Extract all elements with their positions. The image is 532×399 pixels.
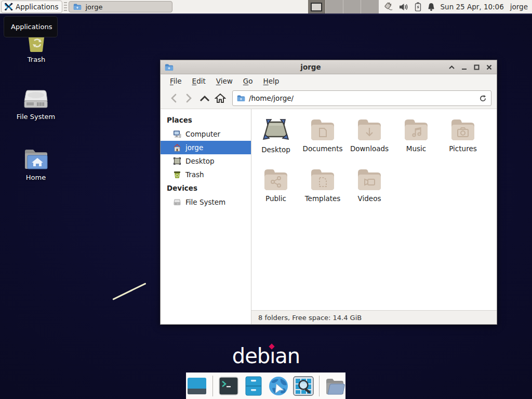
desktop-icon-file-system[interactable]: File System [11, 88, 61, 121]
trash-icon [173, 170, 181, 179]
app-finder-launcher[interactable] [293, 376, 314, 396]
sidebar-item-label: jorge [185, 143, 203, 152]
home-button[interactable] [212, 91, 228, 105]
menu-bar: File Edit View Go Help [161, 74, 497, 88]
maximize-button[interactable] [473, 63, 480, 71]
menu-go[interactable]: Go [238, 77, 258, 85]
desktop-icon [173, 157, 181, 165]
network-icon[interactable] [383, 2, 393, 11]
sidebar-item-label: Computer [185, 130, 220, 138]
reload-icon[interactable] [479, 95, 487, 102]
dock-separator [319, 376, 320, 396]
status-bar: 8 folders, Free space: 14.4 GiB [251, 310, 497, 324]
debian-wallpaper-logo: debıan [0, 344, 532, 368]
home-folder-icon [23, 148, 49, 171]
file-cabinet-icon [245, 376, 262, 396]
menu-file[interactable]: File [165, 77, 187, 85]
file-label: Desktop [261, 145, 290, 154]
folder-documents-icon [310, 117, 335, 141]
menu-help[interactable]: Help [258, 77, 285, 85]
file-manager-launcher[interactable] [243, 376, 264, 396]
workspace-2[interactable] [326, 0, 343, 14]
applications-menu-button[interactable]: Applications [1, 1, 62, 13]
sidebar-item-label: Trash [185, 170, 204, 179]
file-label: Pictures [449, 144, 476, 153]
applications-menu-label: Applications [16, 3, 58, 11]
workspace-3[interactable] [343, 0, 361, 14]
panel-user-label[interactable]: jorge [510, 3, 528, 11]
back-button[interactable] [166, 91, 181, 105]
folder-templates-icon [310, 167, 335, 191]
sidebar-item-desktop[interactable]: Desktop [161, 154, 251, 168]
file-tile-templates[interactable]: Templates [299, 167, 346, 217]
panel-clock[interactable]: Sun 25 Apr, 10:06 [441, 3, 504, 11]
window-title: jorge [174, 63, 448, 71]
desktop-icon-label: File System [17, 113, 55, 121]
minimize-button[interactable] [460, 63, 468, 71]
folder-music-icon [404, 117, 429, 141]
app-finder-icon [293, 376, 314, 396]
notifications-bell-icon[interactable] [427, 2, 435, 11]
desktop-icon-home[interactable]: Home [11, 148, 61, 181]
workspace-4[interactable] [361, 0, 379, 14]
volume-icon[interactable] [399, 3, 409, 11]
path-input[interactable]: /home/jorge/ [249, 94, 475, 102]
panel-drag-handle[interactable] [64, 2, 67, 11]
folder-pictures-icon [450, 117, 475, 141]
folder-public-icon [263, 167, 288, 191]
up-button[interactable] [197, 91, 212, 105]
forward-icon [186, 94, 192, 103]
folder-downloads-icon [357, 117, 382, 141]
sidebar-header-devices: Devices [161, 181, 251, 195]
file-tile-downloads[interactable]: Downloads [346, 117, 393, 167]
file-tile-public[interactable]: Public [252, 167, 299, 217]
show-desktop-button[interactable] [187, 376, 207, 396]
taskbar-window-button[interactable]: jorge [69, 1, 172, 12]
window-titlebar[interactable]: jorge [161, 60, 497, 74]
applications-tooltip: Applications [4, 16, 58, 37]
close-button[interactable] [485, 63, 493, 71]
file-tile-videos[interactable]: Videos [346, 167, 393, 217]
terminal-launcher[interactable] [218, 376, 239, 396]
sidebar-item-trash[interactable]: Trash [161, 168, 251, 181]
desktop-icon-label: Trash [28, 56, 45, 63]
shade-icon [449, 65, 455, 69]
sidebar-item-computer[interactable]: Computer [161, 127, 251, 141]
content-column: Desktop Documents [251, 109, 497, 324]
path-bar[interactable]: /home/jorge/ [232, 90, 491, 106]
sidebar-item-jorge[interactable]: jorge [161, 141, 251, 154]
hard-drive-icon [22, 88, 49, 110]
top-panel: Applications jorge [0, 0, 532, 15]
home-icon [215, 93, 226, 103]
wallpaper-decoration-line [112, 283, 146, 300]
file-tile-documents[interactable]: Documents [299, 117, 346, 167]
file-label: Music [406, 144, 426, 153]
file-label: Templates [305, 194, 341, 203]
file-tile-music[interactable]: Music [393, 117, 440, 167]
file-tile-pictures[interactable]: Pictures [440, 117, 486, 167]
folder-icon [73, 3, 82, 10]
sidebar-item-label: Desktop [185, 157, 215, 165]
menu-view[interactable]: View [211, 77, 238, 85]
folder-icon [325, 377, 345, 395]
workspace-pager[interactable] [308, 0, 379, 14]
workspace-1[interactable] [308, 0, 326, 14]
file-label: Videos [358, 194, 381, 203]
file-label: Public [265, 194, 286, 203]
sidebar-item-file-system[interactable]: File System [161, 195, 251, 209]
toolbar: /home/jorge/ [161, 88, 497, 109]
home-icon [173, 143, 181, 152]
file-tile-desktop[interactable]: Desktop [252, 117, 299, 167]
menu-edit[interactable]: Edit [187, 77, 211, 85]
up-icon [200, 95, 210, 102]
maximize-icon [474, 64, 480, 70]
dock [186, 373, 345, 399]
shade-button[interactable] [448, 63, 455, 71]
close-icon [486, 64, 492, 70]
minimize-icon [461, 64, 467, 70]
forward-button[interactable] [181, 91, 197, 105]
battery-icon[interactable] [415, 2, 421, 11]
web-browser-launcher[interactable] [268, 376, 289, 396]
taskbar-window-label: jorge [85, 3, 102, 11]
folder-launcher[interactable] [325, 376, 345, 396]
